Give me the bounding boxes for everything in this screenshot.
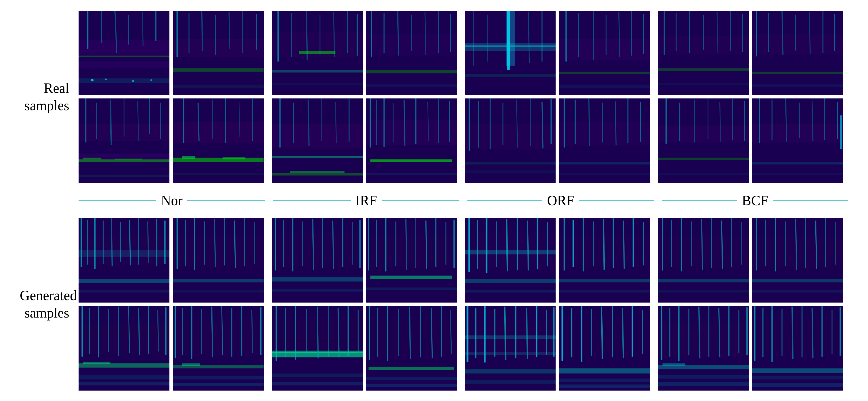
svg-point-11 [105,78,107,80]
svg-rect-152 [658,68,749,70]
svg-rect-120 [465,170,556,173]
svg-rect-262 [272,289,363,291]
svg-rect-406 [752,321,843,356]
svg-rect-389 [662,363,685,366]
svg-rect-303 [369,367,454,370]
svg-rect-98 [366,173,457,175]
svg-rect-319 [465,290,556,292]
svg-line-328 [526,308,527,359]
svg-rect-391 [658,382,749,386]
real-samples-label: Real samples [20,80,79,114]
svg-rect-153 [658,83,749,85]
svg-rect-418 [752,376,843,380]
spec-real-irf-r2c1 [272,98,363,183]
irf-label: IRF [351,193,382,208]
svg-rect-304 [366,377,457,380]
svg-rect-51 [173,173,264,175]
svg-rect-2 [79,61,169,68]
svg-rect-142 [559,173,650,175]
svg-rect-84 [366,70,457,73]
svg-rect-205 [79,324,169,354]
svg-rect-49 [182,156,195,159]
spec-gen-bcf-r1c2 [752,218,843,303]
svg-rect-203 [79,290,169,292]
svg-rect-347 [559,279,650,282]
spec-real-nor-r2c1 [79,98,169,183]
orf-separator: ORF [467,193,654,208]
real-irf-group [272,11,457,183]
svg-rect-87 [366,120,457,145]
spec-real-orf-r2c1 [465,98,556,183]
spec-real-bcf-r1c2 [752,11,843,95]
svg-rect-63 [272,83,363,85]
svg-rect-293 [366,321,457,356]
svg-rect-248 [173,383,264,386]
svg-rect-291 [366,287,457,290]
svg-rect-277 [272,382,363,385]
spec-real-nor-r1c2 [173,11,264,95]
spec-real-bcf-r1c1 [658,11,749,95]
svg-rect-419 [752,383,843,387]
svg-rect-72 [272,156,363,157]
spec-gen-irf-r1c1 [272,218,363,303]
svg-rect-276 [272,373,363,377]
svg-rect-290 [370,276,452,279]
spec-gen-nor-r2c2 [173,306,264,391]
spec-gen-irf-r2c1 [272,306,363,391]
spec-gen-nor-r2c1 [79,306,169,391]
svg-line-20 [111,100,111,145]
spec-real-orf-r1c2 [559,11,650,95]
svg-rect-131 [559,85,650,87]
bcf-separator: BCF [662,193,848,208]
svg-rect-62 [272,70,363,72]
svg-rect-50 [223,157,245,159]
svg-rect-175 [752,84,843,87]
svg-rect-231 [173,279,264,282]
svg-rect-14 [79,55,169,57]
svg-rect-38 [173,68,264,72]
svg-rect-361 [559,378,650,382]
svg-rect-187 [752,173,843,175]
svg-line-357 [622,308,623,358]
real-nor-col2 [173,11,264,183]
svg-rect-218 [79,375,169,380]
real-bcf-group [658,11,843,183]
svg-point-12 [132,80,134,82]
spec-gen-bcf-r2c1 [658,306,749,391]
spec-gen-orf-r1c1 [465,218,556,303]
svg-rect-334 [465,369,556,373]
svg-rect-27 [115,159,142,160]
svg-rect-174 [752,71,843,74]
svg-rect-219 [79,382,169,385]
svg-rect-350 [559,320,650,356]
svg-line-342 [603,219,604,270]
svg-rect-246 [182,363,200,366]
spec-real-bcf-r2c2 [752,98,843,183]
svg-rect-234 [173,321,264,355]
svg-rect-39 [173,85,264,87]
svg-rect-28 [79,175,169,177]
spec-gen-irf-r1c2 [366,218,457,303]
bcf-label: BCF [737,193,773,208]
svg-rect-321 [465,321,556,356]
svg-rect-26 [83,158,101,160]
real-nor-col1 [79,11,169,183]
spec-gen-bcf-r1c1 [658,218,749,303]
spec-real-irf-r2c2 [366,98,457,183]
spec-real-nor-r1c1 [79,11,169,95]
orf-label: ORF [542,193,579,208]
svg-rect-130 [559,71,650,74]
gen-irf-group [272,218,457,391]
spec-real-irf-r1c2 [366,11,457,95]
spec-real-bcf-r2c1 [658,98,749,183]
svg-rect-30 [173,38,264,57]
svg-rect-307 [465,231,556,268]
irf-separator: IRF [273,193,460,208]
spec-gen-irf-r2c2 [366,306,457,391]
nor-label: Nor [156,193,187,208]
spec-gen-orf-r2c2 [559,306,650,391]
svg-rect-417 [752,368,843,373]
svg-line-355 [601,307,602,359]
svg-rect-163 [658,158,749,160]
svg-rect-261 [272,277,363,281]
